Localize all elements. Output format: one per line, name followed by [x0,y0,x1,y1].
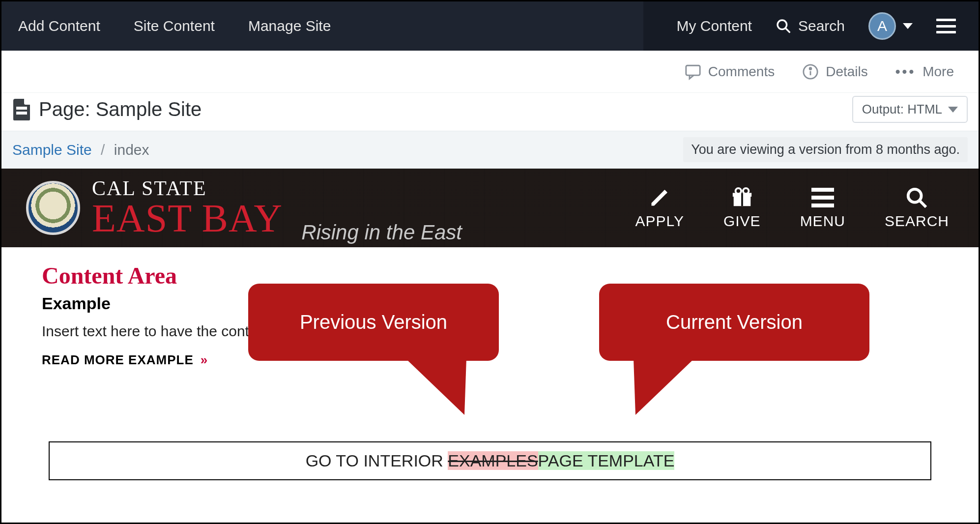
site-header: CAL STATE EAST BAY Rising in the East AP… [1,169,979,247]
comments-button[interactable]: Comments [671,63,788,80]
breadcrumb-root[interactable]: Sample Site [12,142,92,158]
nav-site-content[interactable]: Site Content [117,18,231,34]
diff-removed: EXAMPLES [448,451,538,470]
comment-icon [685,63,701,80]
title-row: Page: Sample Site Output: HTML [1,93,979,131]
breadcrumb: Sample Site / index [12,142,149,158]
more-button[interactable]: ••• More [882,64,968,80]
diff-prefix: GO TO INTERIOR [306,451,448,470]
site-nav-menu[interactable]: MENU [800,186,845,230]
diff-line: GO TO INTERIOR EXAMPLESPAGE TEMPLATE [49,441,931,480]
svg-line-12 [920,201,926,207]
info-icon [802,63,819,80]
gift-icon [731,186,753,209]
svg-rect-2 [686,65,700,75]
menu-icon [811,186,834,209]
nav-add-content[interactable]: Add Content [1,18,117,34]
output-select-label: Output: HTML [862,102,942,117]
svg-rect-8 [741,193,743,206]
output-select[interactable]: Output: HTML [852,96,968,123]
page-title-name: Sample Site [96,98,202,120]
brand-tagline: Rising in the East [301,221,462,244]
site-nav-search-label: SEARCH [885,213,949,230]
nav-search-label: Search [798,18,845,34]
callout-previous-version: Previous Version [248,284,499,361]
site-nav-give[interactable]: GIVE [723,186,761,230]
nav-my-content[interactable]: My Content [665,18,764,34]
nav-manage-site[interactable]: Manage Site [231,18,347,34]
breadcrumb-bar: Sample Site / index You are viewing a ve… [1,131,979,169]
top-nav-right: My Content Search A [643,1,979,51]
hamburger-menu[interactable] [924,19,968,33]
details-label: Details [826,64,868,80]
nav-search[interactable]: Search [764,18,857,34]
callout-current-label: Current Version [666,311,803,333]
search-icon [905,186,928,209]
comments-label: Comments [708,64,775,80]
site-nav-give-label: GIVE [723,213,761,230]
pencil-icon [648,186,671,209]
diff-added: PAGE TEMPLATE [538,451,675,470]
site-nav: APPLY GIVE MENU SEARCH [635,186,979,230]
chevron-down-icon [903,23,913,29]
sub-bar: Comments Details ••• More [1,51,979,93]
callout-previous-label: Previous Version [300,311,447,333]
site-nav-apply[interactable]: APPLY [635,186,684,230]
callout-current-version: Current Version [599,284,869,361]
chevron-down-icon [948,107,958,113]
more-dots-icon: ••• [895,64,916,80]
hamburger-icon [936,19,956,33]
breadcrumb-separator: / [96,142,110,158]
university-seal-icon [26,181,80,235]
site-nav-menu-label: MENU [800,213,845,230]
top-nav-left: Add Content Site Content Manage Site [1,1,643,51]
details-button[interactable]: Details [788,63,882,80]
user-menu[interactable]: A [857,12,924,40]
site-nav-search[interactable]: SEARCH [885,186,949,230]
callout-tail-icon [634,358,694,415]
svg-point-5 [809,67,811,69]
svg-point-0 [778,20,787,29]
read-more-label: READ MORE EXAMPLE [42,352,194,368]
brand-block: CAL STATE EAST BAY [92,178,283,238]
brand-top: CAL STATE [92,178,283,199]
chevron-right-icon: » [201,352,208,368]
page-icon [13,99,30,120]
page-title: Page: Sample Site [13,98,202,120]
callout-tail-icon [405,358,466,415]
brand-main: EAST BAY [92,199,283,238]
breadcrumb-current: index [114,142,149,158]
site-nav-apply-label: APPLY [635,213,684,230]
version-note: You are viewing a version from 8 months … [683,137,968,162]
svg-point-11 [908,189,922,203]
svg-point-9 [735,188,741,194]
search-icon [776,18,791,34]
svg-line-1 [785,28,790,32]
avatar: A [868,12,896,40]
more-label: More [922,64,954,80]
page-title-prefix: Page: [39,98,96,120]
svg-point-10 [743,188,749,194]
top-nav: Add Content Site Content Manage Site My … [1,1,979,51]
